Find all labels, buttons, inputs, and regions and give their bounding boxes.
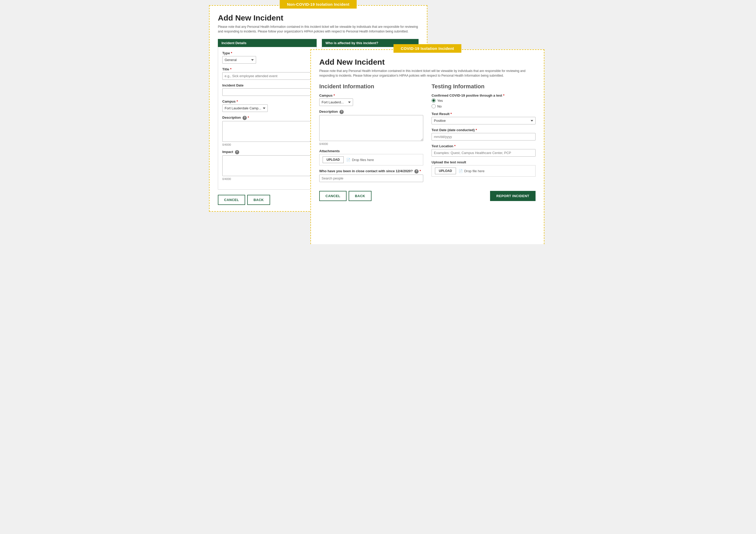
card1-btn-row: CANCEL BACK: [218, 195, 317, 205]
card2-cancel-button[interactable]: CANCEL: [319, 191, 346, 201]
impact-textarea[interactable]: [222, 155, 312, 176]
radio-no-label[interactable]: No: [432, 104, 535, 108]
date-input[interactable]: 12/17/2020: [222, 88, 312, 96]
desc-help-icon[interactable]: ?: [243, 116, 247, 120]
covid-campus-group: Campus * Fort Lauderd...: [319, 93, 423, 106]
title-label: Title *: [222, 67, 312, 71]
covid-campus-select[interactable]: Fort Lauderd...: [319, 98, 353, 106]
card1-title: Add New Incident: [218, 13, 418, 22]
search-people-input[interactable]: [319, 174, 423, 182]
file-icon-test: 📄: [459, 169, 463, 173]
upload-test-group: Upload the test result UPLOAD 📄 Drop fil…: [432, 160, 535, 177]
test-result-select[interactable]: Positive Negative: [432, 117, 535, 124]
test-date-label: Test Date (date conducted) *: [432, 128, 535, 132]
radio-yes[interactable]: [432, 98, 436, 103]
type-label: Type *: [222, 51, 312, 55]
title-input[interactable]: [222, 72, 312, 80]
upload-test-button[interactable]: UPLOAD: [435, 167, 456, 174]
incident-info-col: Incident Information Campus * Fort Laude…: [319, 83, 423, 186]
covid-test-radio-group: Yes No: [432, 98, 535, 108]
card2-left-btns: CANCEL BACK: [319, 191, 371, 201]
upload-row-covid: UPLOAD 📄 Drop files here: [319, 154, 423, 165]
test-date-group: Test Date (date conducted) *: [432, 128, 535, 140]
contact-help-icon[interactable]: ?: [415, 169, 418, 173]
card-covid: COVID-19 Isolation Incident Add New Inci…: [310, 49, 544, 244]
card2-banner: COVID-19 Isolation Incident: [393, 44, 461, 53]
desc-char-count: 0/4000: [222, 143, 312, 146]
covid-desc-textarea[interactable]: [319, 115, 423, 141]
campus-group: Campus * Fort Lauderdale Camp...: [222, 99, 312, 112]
radio-yes-label[interactable]: Yes: [432, 98, 535, 103]
page-wrapper: Non-COVID-19 Isolation Incident Add New …: [209, 5, 547, 239]
impact-char-count: 0/4000: [222, 177, 312, 181]
impact-group: Impact ? 0/4000: [222, 150, 312, 181]
card2-subtitle: Please note that any Personal Health Inf…: [319, 68, 535, 78]
desc-label: Description ? *: [222, 115, 312, 120]
test-location-label: Test Location *: [432, 144, 535, 148]
attachments-group-covid: Attachments UPLOAD 📄 Drop files here: [319, 149, 423, 165]
type-select[interactable]: General: [222, 56, 256, 64]
testing-info-col: Testing Information Confirmed COVID-19 p…: [432, 83, 535, 186]
type-group: Type * General: [222, 51, 312, 64]
date-label: Incident Date: [222, 83, 312, 87]
campus-label: Campus *: [222, 99, 312, 103]
card2-title: Add New Incident: [319, 58, 535, 66]
desc-textarea[interactable]: [222, 121, 312, 142]
test-result-label: Test Result *: [432, 112, 535, 116]
upload-test-label: Upload the test result: [432, 160, 535, 164]
covid-desc-label: Description ?: [319, 110, 423, 114]
covid-campus-label: Campus *: [319, 93, 423, 97]
drop-files-area[interactable]: 📄 Drop files here: [346, 158, 374, 162]
contact-label: Who have you been in close contact with …: [319, 169, 423, 173]
card1-cancel-button[interactable]: CANCEL: [218, 195, 245, 205]
incident-details-header: Incident Details: [218, 39, 317, 47]
covid-test-group: Confirmed COVID-19 positive through a te…: [432, 93, 535, 108]
campus-select[interactable]: Fort Lauderdale Camp...: [222, 104, 268, 112]
title-group: Title *: [222, 67, 312, 80]
card2-back-button[interactable]: BACK: [349, 191, 371, 201]
card1-back-button[interactable]: BACK: [247, 195, 270, 205]
test-location-input[interactable]: [432, 149, 535, 157]
impact-label: Impact ?: [222, 150, 312, 154]
contact-group: Who have you been in close contact with …: [319, 169, 423, 182]
upload-row-test: UPLOAD 📄 Drop file here: [432, 165, 535, 177]
date-group: Incident Date 12/17/2020: [222, 83, 312, 96]
upload-button-covid[interactable]: UPLOAD: [323, 156, 344, 163]
covid-two-col: Incident Information Campus * Fort Laude…: [319, 83, 535, 186]
test-result-group: Test Result * Positive Negative: [432, 112, 535, 124]
file-icon-covid: 📄: [346, 158, 350, 162]
impact-help-icon[interactable]: ?: [235, 150, 239, 154]
card2-btn-row: CANCEL BACK REPORT INCIDENT: [319, 191, 535, 201]
title-required: *: [230, 67, 231, 71]
type-required: *: [231, 51, 232, 55]
drop-file-area[interactable]: 📄 Drop file here: [459, 169, 485, 173]
desc-group: Description ? * 0/4000: [222, 115, 312, 146]
attachments-label-covid: Attachments: [319, 149, 423, 153]
card1-banner: Non-COVID-19 Isolation Incident: [280, 0, 357, 9]
report-incident-button[interactable]: REPORT INCIDENT: [490, 191, 535, 201]
incident-details-panel: Incident Details Type * General: [218, 39, 317, 205]
incident-details-body: Type * General Title *: [218, 47, 317, 190]
covid-desc-help-icon[interactable]: ?: [339, 110, 344, 114]
test-location-group: Test Location *: [432, 144, 535, 157]
radio-no[interactable]: [432, 104, 436, 108]
testing-info-title: Testing Information: [432, 83, 535, 90]
card1-subtitle: Please note that any Personal Health Inf…: [218, 24, 418, 34]
incident-info-title: Incident Information: [319, 83, 423, 90]
covid-desc-group: Description ? 0/4000: [319, 110, 423, 145]
covid-desc-char-count: 0/4000: [319, 142, 423, 145]
test-date-input[interactable]: [432, 133, 535, 140]
covid-test-label: Confirmed COVID-19 positive through a te…: [432, 93, 535, 97]
